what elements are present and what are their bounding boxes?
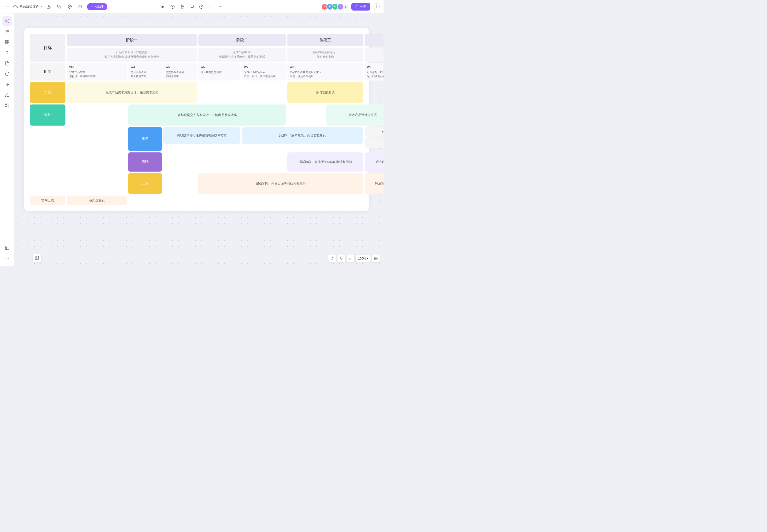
redo-button[interactable]: ↻ [337,254,345,262]
sidebar-item-text[interactable]: T [2,48,12,58]
tag-icon [57,5,61,9]
zoom-level-display[interactable]: 100% ▾ [356,255,371,262]
toolbar-left: ← 博思白板文件 ▾ M AI助手 [4,3,159,11]
undo-icon: ↺ [331,256,334,261]
svg-point-32 [5,106,6,107]
svg-rect-26 [5,40,7,42]
product-empty2 [365,82,383,103]
draw-icon [5,93,10,97]
sidebar-item-shape[interactable] [2,69,12,79]
search-icon [78,5,82,9]
sidebar-more-button[interactable]: ··· [2,254,12,263]
svg-marker-6 [172,6,174,7]
play-button[interactable] [169,3,176,11]
tag-button[interactable] [55,3,63,11]
svg-rect-29 [5,43,7,44]
sidebar-item-connector[interactable] [2,80,12,89]
timer-button[interactable] [198,3,205,11]
role-design-label: 设计 [30,104,65,126]
sidebar-item-palette[interactable] [2,16,12,26]
scissors-icon [5,103,10,108]
share-label: 分享 [360,5,366,9]
sidebar-item-sticky[interactable] [2,58,12,68]
zoom-dropdown-icon: ▾ [367,257,368,260]
svg-point-2 [69,6,70,7]
product-task2: 参与功能测试 [287,82,363,103]
ops-task4: 各渠道宣发 [67,196,127,205]
share-button[interactable]: 分享 [351,3,370,11]
file-title: 博思白板文件 [19,5,39,9]
ops-task3: 官网上线 [30,196,65,205]
record-icon [180,5,184,9]
svg-point-19 [6,21,7,22]
back-button[interactable]: ← [4,3,11,10]
header-target: 目标 [30,34,65,62]
nav-forward-button[interactable]: ▶ [159,3,167,11]
left-sidebar: T ··· [0,13,14,266]
svg-rect-27 [7,40,9,42]
ai-assistant-button[interactable]: M AI助手 [87,3,107,10]
undo-button[interactable]: ↺ [328,254,336,262]
test-task2: 产品内测 [365,152,383,172]
avatars-group: A B C D 3 [321,3,349,10]
connector-icon [5,82,10,87]
search-button[interactable] [76,3,84,11]
help-button[interactable]: ? [373,3,380,10]
design-task2: 验收产品设计还原度 [326,104,383,126]
sticky-icon [5,61,10,66]
week-w7: W7 完成v0.1d产品emo 产品、设计、测试进行验收 [242,63,286,80]
product-task1: 完成产品需求方案设计，输出需求文档 [67,82,197,103]
chart-button[interactable] [207,3,215,11]
role-test-label: 测试 [128,152,162,172]
week-w8: W8 产品内所有功能使用无重大 问题，满足基本使用 [287,63,363,80]
pointer-button[interactable]: ▷ [347,254,354,262]
text-icon: T [6,50,8,55]
svg-rect-36 [5,246,9,250]
download-icon [46,5,51,9]
sidebar-item-template[interactable] [2,243,12,253]
more-icon: ··· [5,256,9,261]
bottom-left-panel-button[interactable] [33,254,41,262]
help-icon: ? [375,5,377,8]
ai-icon: M [90,5,93,9]
main-canvas[interactable]: 目标 阶段一 阶段二 阶段三 阶段四 产品方案和设计方案交付 数字人类型特征设计… [14,13,383,266]
template-icon [5,245,10,250]
sidebar-item-draw[interactable] [2,90,12,100]
svg-line-4 [81,7,82,8]
dev-task1: 调研技术可行性并输出相应技术方案 [163,127,240,144]
toolbar-right: A B C D 3 分享 ? [224,3,380,11]
file-title-area[interactable]: 博思白板文件 ▾ [13,5,42,9]
toolbar-center: ▶ ⋯ [159,3,224,11]
minimap-button[interactable] [372,254,380,262]
title-dropdown-icon: ▾ [41,5,42,8]
dev-task3: 修复功能、体验、UI等bug [365,127,383,137]
svg-line-35 [6,105,7,105]
comment-button[interactable] [188,3,196,11]
header-phase1: 阶段一 [67,34,197,46]
record-button[interactable] [178,3,186,11]
test-empty2 [30,173,127,194]
sidebar-item-grid[interactable] [2,37,12,47]
svg-point-18 [7,21,8,22]
phase2-desc: 完成产品demo 根据用例进行系统化、规范化的测试 [198,48,286,62]
role-dev-label: 研发 [128,127,162,151]
ops-empty1 [163,173,197,194]
dev-task2: 完成V1.0版本紧急、高优功能开发 [242,127,363,144]
sidebar-item-list[interactable] [2,27,12,36]
header-phase4: 阶段四 [365,34,383,46]
week-w6: W6 部分功能提交测试 [198,63,240,80]
design-empty3 [30,127,127,151]
phase1-desc: 产品方案和设计方案交付 数字人类型特征设计及语音音素材类型设计 [67,48,197,62]
more-tools-button[interactable]: ⋯ [217,3,224,11]
redo-icon: ↻ [340,256,343,261]
settings-icon [68,5,72,9]
panel-icon [35,256,39,260]
sidebar-item-cut[interactable] [2,101,12,110]
phase4-desc: 运营推广，产品上线 [365,48,383,62]
test-task1: 测试阶段，完成所有功能的测试和回归 [287,152,363,172]
toolbar: ← 博思白板文件 ▾ M AI助手 ▶ [0,0,383,13]
role-ops-label: 运营 [128,173,162,194]
download-button[interactable] [45,3,52,11]
chart-icon [209,5,213,9]
settings-button[interactable] [66,3,74,11]
